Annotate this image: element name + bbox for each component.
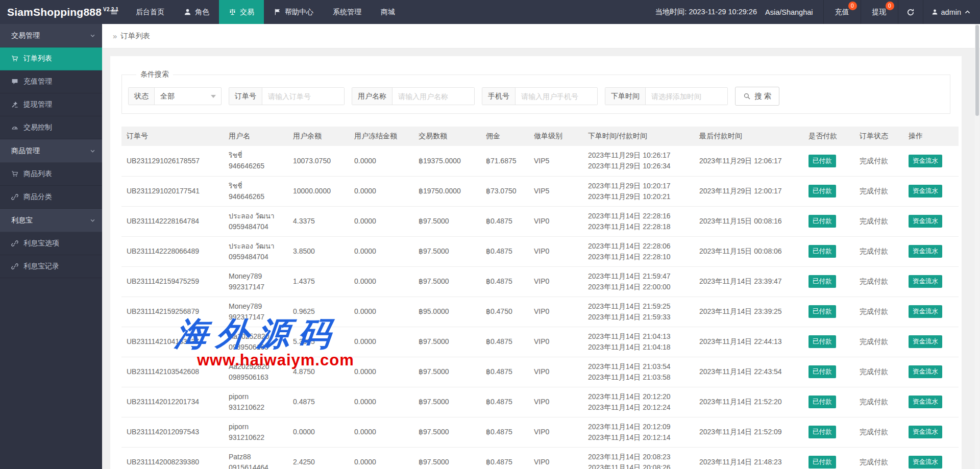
commission-cell: ฿0.4875 bbox=[481, 387, 529, 417]
content-area: 条件搜索 状态 全部 订单号 bbox=[102, 48, 980, 469]
user-cell: piporn931210622 bbox=[224, 387, 288, 417]
quick-link-1[interactable]: 充值0 bbox=[823, 0, 861, 24]
frozen-cell: 0.0000 bbox=[349, 327, 413, 357]
phone-input[interactable] bbox=[516, 88, 597, 105]
fund-flow-button[interactable]: 资金流水 bbox=[909, 275, 942, 288]
sidebar-item-11[interactable]: 利息宝记录 bbox=[0, 255, 102, 278]
sidebar-item-2[interactable]: 订单列表 bbox=[0, 47, 102, 70]
filter-row: 状态 全部 订单号 用户名称 bbox=[128, 87, 944, 106]
search-fieldset: 条件搜索 状态 全部 订单号 bbox=[121, 70, 950, 114]
nav-item-5[interactable]: 系统管理 bbox=[323, 0, 371, 24]
refresh-icon[interactable] bbox=[898, 0, 923, 24]
sidebar-item-7[interactable]: 商品列表 bbox=[0, 163, 102, 186]
order-no-input[interactable] bbox=[262, 88, 344, 105]
commission-cell: ฿73.0750 bbox=[481, 176, 529, 206]
table-row: UB2311291026178557ริชชี่94664626510073.0… bbox=[121, 146, 959, 176]
nav-item-label: 帮助中心 bbox=[285, 8, 313, 17]
user-cell: Money789992317147 bbox=[224, 297, 288, 327]
last-pay-time-cell: 2023年11月14日 23:39:25 bbox=[694, 297, 803, 327]
main-area: » 订单列表 条件搜索 状态 全部 bbox=[102, 24, 980, 469]
phone-filter: 手机号 bbox=[482, 87, 598, 105]
nav-item-6[interactable]: 商城 bbox=[371, 0, 405, 24]
paid-status-badge: 已付款 bbox=[808, 185, 836, 198]
balance-cell: 4.3375 bbox=[288, 206, 349, 236]
level-cell: VIP0 bbox=[529, 327, 583, 357]
column-header: 下单时间/付款时间 bbox=[583, 127, 694, 146]
search-button[interactable]: 搜 索 bbox=[735, 87, 779, 106]
fund-flow-button[interactable]: 资金流水 bbox=[909, 245, 942, 258]
nav-item-2[interactable]: 角色 bbox=[174, 0, 219, 24]
balance-cell: 2.4250 bbox=[288, 447, 349, 469]
frozen-cell: 0.0000 bbox=[349, 297, 413, 327]
status-select[interactable]: 全部 bbox=[155, 88, 221, 105]
sidebar-item-label: 商品列表 bbox=[23, 169, 52, 179]
page-scrollbar[interactable] bbox=[975, 24, 979, 469]
sidebar-menu: 交易管理订单列表充值管理提现管理交易控制商品管理商品列表商品分类利息宝利息宝选项… bbox=[0, 24, 102, 469]
sidebar-item-label: 利息宝选项 bbox=[23, 239, 59, 248]
paid-status-badge: 已付款 bbox=[808, 245, 836, 258]
sidebar-item-5[interactable]: 交易控制 bbox=[0, 116, 102, 139]
quick-link-2[interactable]: 提现0 bbox=[861, 0, 898, 24]
sidebar-item-4[interactable]: 提现管理 bbox=[0, 93, 102, 116]
order-time-cell: 2023年11月14日 20:08:232023年11月14日 20:08:26 bbox=[583, 447, 694, 469]
user-name: ประลอง วัฒนา bbox=[229, 211, 283, 221]
amount-cell: ฿97.5000 bbox=[413, 236, 481, 266]
breadcrumb-arrow-icon: » bbox=[113, 32, 117, 40]
sidebar-item-10[interactable]: 利息宝选项 bbox=[0, 232, 102, 255]
fund-flow-button[interactable]: 资金流水 bbox=[909, 426, 942, 438]
paid-status-badge: 已付款 bbox=[808, 215, 836, 228]
status-filter: 状态 全部 bbox=[128, 87, 222, 105]
hamburger-icon[interactable] bbox=[102, 0, 126, 24]
fund-flow-button[interactable]: 资金流水 bbox=[909, 335, 942, 348]
sidebar-group-6[interactable]: 商品管理 bbox=[0, 139, 102, 163]
user-account: 931210622 bbox=[229, 402, 283, 413]
fund-flow-button[interactable]: 资金流水 bbox=[909, 185, 942, 198]
local-time-block: 当地时间: 2023-11-29 10:29:26 Asia/Shanghai bbox=[645, 0, 823, 24]
amount-cell: ฿97.5000 bbox=[413, 387, 481, 417]
sidebar-group-9[interactable]: 利息宝 bbox=[0, 209, 102, 232]
sidebar-item-label: 利息宝记录 bbox=[23, 262, 59, 271]
last-pay-time-cell: 2023年11月14日 21:52:09 bbox=[694, 417, 803, 447]
sidebar-item-label: 订单列表 bbox=[23, 54, 52, 63]
nav-item-label: 系统管理 bbox=[333, 8, 361, 17]
user-name-input[interactable] bbox=[393, 88, 474, 105]
user-cell: ประลอง วัฒนา0959484704 bbox=[224, 206, 288, 236]
commission-cell: ฿0.4875 bbox=[481, 236, 529, 266]
amount-cell: ฿97.5000 bbox=[413, 327, 481, 357]
scrollbar-thumb[interactable] bbox=[975, 25, 979, 116]
cart-icon bbox=[11, 170, 18, 178]
user-name: Patz88 bbox=[229, 452, 283, 462]
nav-item-3[interactable]: 交易 bbox=[219, 0, 264, 24]
order-status-cell: 完成付款 bbox=[854, 176, 903, 206]
order-time-input[interactable] bbox=[646, 88, 727, 105]
link-icon bbox=[11, 263, 18, 270]
fund-flow-button[interactable]: 资金流水 bbox=[909, 396, 942, 408]
user-name: ประลอง วัฒนา bbox=[229, 241, 283, 252]
order-no-cell: UB2311142012097543 bbox=[121, 417, 224, 447]
pay-time: 2023年11月14日 22:00:00 bbox=[588, 282, 689, 292]
fund-flow-button[interactable]: 资金流水 bbox=[909, 155, 942, 167]
fund-flow-button[interactable]: 资金流水 bbox=[909, 305, 942, 318]
fund-flow-button[interactable]: 资金流水 bbox=[909, 456, 942, 468]
sidebar-group-1[interactable]: 交易管理 bbox=[0, 24, 102, 47]
order-time-filter: 下单时间 bbox=[605, 87, 728, 105]
fund-flow-button[interactable]: 资金流水 bbox=[909, 215, 942, 228]
nav-item-1[interactable]: 后台首页 bbox=[126, 0, 174, 24]
level-cell: VIP0 bbox=[529, 236, 583, 266]
last-pay-time-cell: 2023年11月29日 12:00:17 bbox=[694, 176, 803, 206]
level-cell: VIP5 bbox=[529, 146, 583, 176]
nav-item-4[interactable]: 帮助中心 bbox=[264, 0, 323, 24]
amount-cell: ฿97.5000 bbox=[413, 266, 481, 297]
frozen-cell: 0.0000 bbox=[349, 266, 413, 297]
admin-menu[interactable]: admin bbox=[923, 0, 980, 24]
order-no-cell: UB2311142159475259 bbox=[121, 266, 224, 297]
balance-cell: 10073.0750 bbox=[288, 146, 349, 176]
commission-cell: ฿0.4875 bbox=[481, 447, 529, 469]
sidebar-item-8[interactable]: 商品分类 bbox=[0, 186, 102, 209]
order-no-cell: UB2311142104133837 bbox=[121, 327, 224, 357]
order-time: 2023年11月14日 20:12:20 bbox=[588, 391, 689, 402]
balance-cell: 0.0000 bbox=[288, 417, 349, 447]
user-name: Money789 bbox=[229, 301, 283, 312]
fund-flow-button[interactable]: 资金流水 bbox=[909, 365, 942, 378]
sidebar-item-3[interactable]: 充值管理 bbox=[0, 70, 102, 93]
